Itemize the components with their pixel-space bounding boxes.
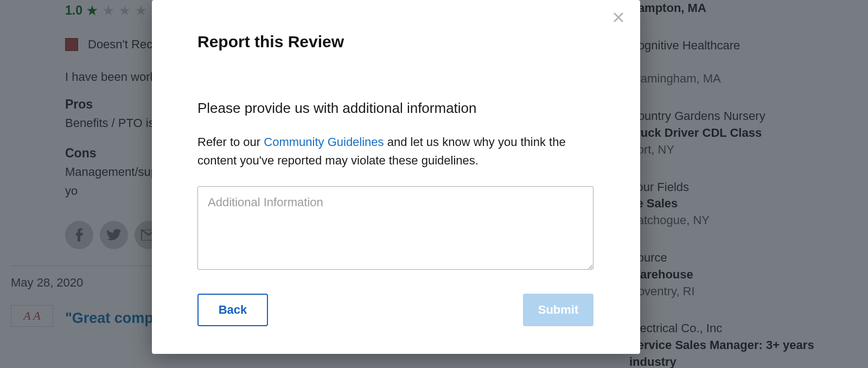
modal-title: Report this Review — [197, 33, 595, 51]
modal-desc-pre: Refer to our — [197, 135, 264, 149]
close-icon[interactable] — [609, 8, 628, 27]
report-review-modal: Report this Review Please provide us wit… — [152, 0, 640, 354]
back-button[interactable]: Back — [197, 294, 268, 326]
modal-subtitle: Please provide us with additional inform… — [197, 100, 595, 117]
submit-button[interactable]: Submit — [523, 294, 593, 326]
modal-button-row: Back Submit — [197, 294, 593, 326]
additional-info-input[interactable] — [197, 186, 593, 270]
modal-description: Refer to our Community Guidelines and le… — [197, 133, 595, 170]
community-guidelines-link[interactable]: Community Guidelines — [264, 135, 384, 149]
